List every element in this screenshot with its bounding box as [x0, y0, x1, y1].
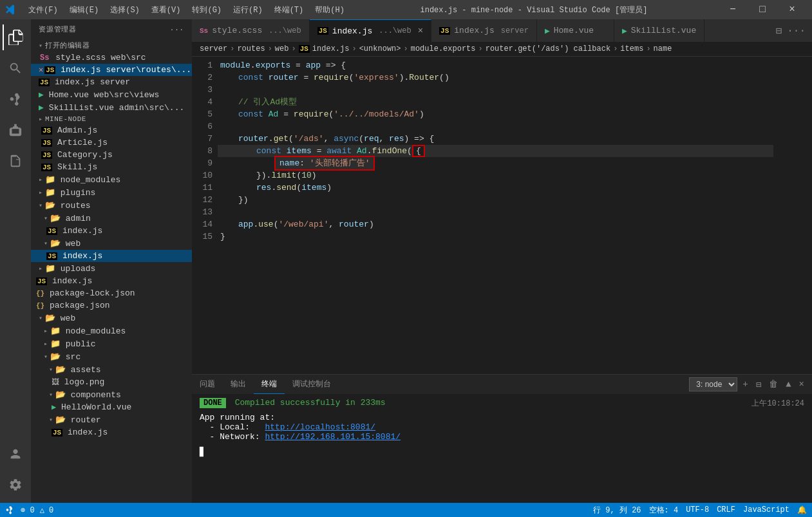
panel-controls: 3: node + ⊟ 🗑 ▲ ×: [684, 375, 812, 394]
add-terminal-icon[interactable]: +: [740, 378, 750, 391]
project-root-toggle[interactable]: ▸ MINE-NODE: [31, 114, 192, 124]
code-content[interactable]: module.exports = app => { const router =…: [218, 57, 773, 374]
activity-scm-icon[interactable]: [3, 86, 28, 112]
tree-item-web-indexjs[interactable]: JS index.js: [31, 250, 192, 262]
chevron-right-icon: ▸: [41, 340, 50, 348]
tree-item-admin[interactable]: ▾ 📂 admin: [31, 212, 192, 225]
tree-item-components[interactable]: ▾ 📂 components: [31, 388, 192, 401]
status-notifications-icon[interactable]: 🔔: [797, 505, 807, 515]
status-errors[interactable]: ⊗ 0: [21, 505, 35, 515]
tab-close-icon[interactable]: ×: [418, 26, 423, 36]
menu-edit[interactable]: 编辑(E): [64, 3, 104, 17]
more-actions-icon[interactable]: ···: [786, 24, 807, 38]
tree-item-router-folder[interactable]: ▾ 📂 router: [31, 413, 192, 426]
local-link[interactable]: http://localhost:8081/: [265, 422, 375, 432]
open-editor-indexjs-server[interactable]: JS index.js server: [31, 76, 192, 88]
tree-item-categoryjs[interactable]: JS Category.js: [31, 149, 192, 161]
panel-tab-debug-console[interactable]: 调试控制台: [285, 375, 339, 394]
menu-terminal[interactable]: 终端(T): [269, 3, 309, 17]
tree-item-skilljs[interactable]: JS Skill.js: [31, 161, 192, 173]
minimize-button[interactable]: −: [718, 0, 748, 19]
editor-area: Ss style.scss ...\web JS index.js ...\we…: [192, 19, 812, 503]
menu-select[interactable]: 选择(S): [105, 3, 145, 17]
breadcrumb-server[interactable]: server: [200, 44, 227, 53]
close-panel-icon[interactable]: ×: [797, 378, 807, 391]
tab-home-vue[interactable]: ▶ Home.vue: [537, 19, 614, 42]
breadcrumb-web[interactable]: web: [275, 44, 289, 53]
status-position[interactable]: 行 9, 列 26: [593, 505, 641, 516]
open-editor-item[interactable]: Ss style.scss web\src: [31, 52, 192, 64]
activity-explorer-icon[interactable]: [3, 24, 28, 50]
activity-search-icon[interactable]: [3, 55, 28, 81]
menu-bar-items[interactable]: 文件(F) 编辑(E) 选择(S) 查看(V) 转到(G) 运行(R) 终端(T…: [23, 3, 350, 17]
breadcrumb-items[interactable]: items: [620, 44, 643, 53]
maximize-panel-icon[interactable]: ▲: [783, 378, 793, 391]
tree-item-node-modules[interactable]: ▸ 📁 node_modules: [31, 173, 192, 186]
menu-run[interactable]: 运行(R): [228, 3, 268, 17]
status-encoding[interactable]: UTF-8: [686, 505, 709, 514]
status-spaces[interactable]: 空格: 4: [649, 505, 679, 516]
panel-tab-problems[interactable]: 问题: [192, 375, 223, 394]
tree-item-package-json[interactable]: {} package.json: [31, 299, 192, 312]
tab-indexjs-web[interactable]: JS index.js ...\web ×: [310, 19, 431, 42]
status-line-ending[interactable]: CRLF: [717, 505, 735, 514]
tree-item-src[interactable]: ▾ 📂 src: [31, 350, 192, 363]
tree-item-routes[interactable]: ▾ 📂 routes: [31, 199, 192, 212]
activity-settings-icon[interactable]: [3, 472, 28, 498]
close-button[interactable]: ×: [777, 0, 807, 19]
tree-item-public[interactable]: ▸ 📁 public: [31, 337, 192, 350]
tree-item-package-lock[interactable]: {} package-lock.json: [31, 287, 192, 299]
menu-view[interactable]: 查看(V): [146, 3, 186, 17]
status-language[interactable]: JavaScript: [743, 505, 789, 514]
tree-item-web-node-modules[interactable]: ▸ 📁 node_modules: [31, 324, 192, 337]
tree-item-uploads[interactable]: ▸ 📁 uploads: [31, 262, 192, 275]
panel-tab-terminal[interactable]: 终端: [254, 375, 285, 394]
breadcrumb-module-exports[interactable]: module.exports: [411, 44, 476, 53]
tree-item-articlejs[interactable]: JS Article.js: [31, 136, 192, 149]
tab-skilllist-vue[interactable]: ▶ SkillList.vue: [614, 19, 704, 42]
tree-item-root-indexjs[interactable]: JS index.js: [31, 275, 192, 287]
terminal-line-local: - Local: http://localhost:8081/: [200, 422, 804, 432]
tab-scss[interactable]: Ss style.scss ...\web: [192, 19, 310, 42]
tab-indexjs-server[interactable]: JS index.js server: [431, 19, 537, 42]
split-editor-icon[interactable]: ⊟: [775, 23, 784, 39]
tree-item-web-folder[interactable]: ▾ 📂 web: [31, 237, 192, 250]
open-editor-skilllist-vue[interactable]: ▶ SkillList.vue admin\src\...: [31, 101, 192, 114]
tree-item-router-indexjs[interactable]: JS index.js: [31, 426, 192, 438]
activity-debug-icon[interactable]: [3, 117, 28, 143]
status-git-icon[interactable]: [5, 505, 15, 514]
open-editor-home-vue[interactable]: ▶ Home.vue web\src\views: [31, 88, 192, 101]
status-warnings[interactable]: △ 0: [40, 505, 54, 515]
menu-help[interactable]: 帮助(H): [310, 3, 350, 17]
tree-item-adminjs[interactable]: JS Admin.js: [31, 124, 192, 136]
breadcrumb-routes[interactable]: routes: [237, 44, 265, 53]
tree-item-admin-indexjs[interactable]: JS index.js: [31, 225, 192, 237]
chevron-right-icon: ▸: [36, 189, 45, 196]
panel-tab-output[interactable]: 输出: [223, 375, 254, 394]
activity-extensions-icon[interactable]: [3, 148, 28, 174]
tree-item-logo[interactable]: 🖼 logo.png: [31, 376, 192, 388]
tree-item-plugins[interactable]: ▸ 📁 plugins: [31, 186, 192, 199]
tree-item-assets[interactable]: ▾ 📂 assets: [31, 363, 192, 376]
terminal-content[interactable]: DONE Compiled successfully in 233ms 上午10…: [192, 394, 812, 503]
code-line-4: // 引入Ad模型: [218, 96, 773, 108]
open-editors-toggle[interactable]: ▾ 打开的编辑器: [31, 39, 192, 52]
split-terminal-icon[interactable]: ⊟: [753, 378, 764, 391]
menu-file[interactable]: 文件(F): [23, 3, 63, 17]
menu-goto[interactable]: 转到(G): [187, 3, 227, 17]
activity-account-icon[interactable]: [3, 441, 28, 467]
terminal-select[interactable]: 3: node: [689, 377, 737, 391]
tree-item-helloworld-vue[interactable]: ▶ HelloWorld.vue: [31, 401, 192, 413]
open-editor-item-active[interactable]: ✕ JS index.js server\routes\...: [31, 64, 192, 76]
network-link[interactable]: http://192.168.101.15:8081/: [265, 432, 401, 442]
breadcrumb-name[interactable]: name: [654, 44, 672, 53]
kill-terminal-icon[interactable]: 🗑: [766, 378, 780, 391]
code-editor[interactable]: 1 2 3 4 5 6 7 8 9 10 11 12 13 14 15 modu…: [192, 57, 812, 374]
close-icon[interactable]: ✕: [39, 65, 43, 75]
breadcrumb-router-get[interactable]: router.get('/ads') callback: [486, 44, 610, 53]
breadcrumb-unknown[interactable]: <unknown>: [359, 44, 401, 53]
breadcrumb-indexjs[interactable]: index.js: [312, 44, 350, 53]
sidebar-more-icon[interactable]: ···: [170, 26, 184, 33]
maximize-button[interactable]: □: [748, 0, 777, 19]
tree-item-web-root[interactable]: ▾ 📂 web: [31, 312, 192, 324]
